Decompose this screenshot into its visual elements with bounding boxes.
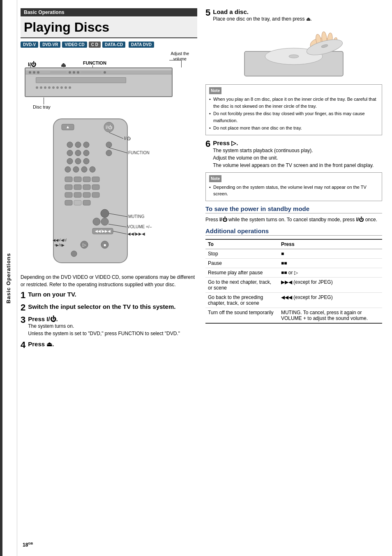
note-1-label: Note	[209, 87, 221, 94]
device-dot-5	[73, 71, 75, 74]
device-tray-slot	[36, 77, 126, 83]
disc-tray-illustration	[236, 27, 351, 80]
step-4: 4 Press ⏏.	[21, 341, 197, 350]
note-1: Note When you play an 8 cm disc, place i…	[205, 84, 382, 135]
svg-rect-28	[65, 192, 72, 197]
svg-rect-21	[74, 177, 81, 182]
remote-diagram: ▲ I/⏻	[29, 118, 152, 270]
svg-point-18	[81, 167, 87, 172]
svg-rect-34	[83, 200, 90, 205]
additional-title: Additional operations	[205, 227, 382, 236]
table-row: Stop ■	[205, 249, 382, 258]
table-row: Go to the next chapter, track, or scene …	[205, 277, 382, 292]
svg-rect-26	[83, 185, 90, 190]
svg-rect-27	[92, 185, 99, 190]
table-action-1: Stop	[205, 249, 279, 258]
svg-text:I/⏻: I/⏻	[106, 125, 112, 130]
svg-text:◀◀/▶▶◀: ◀◀/▶▶◀	[127, 232, 145, 236]
page-number: 18GB	[23, 542, 33, 548]
table-row: Go back to the preceding chapter, track,…	[205, 292, 382, 308]
badge-dvdv: DVD-V	[21, 42, 38, 48]
svg-rect-22	[83, 177, 90, 182]
svg-text:◀◀/▶▶◀: ◀◀/▶▶◀	[95, 229, 111, 233]
note-1-item-1: When you play an 8 cm disc, place it on …	[209, 96, 378, 109]
note-1-item-2: Do not forcibly press the disc tray clos…	[209, 110, 378, 124]
step-1-title: Turn on your TV.	[28, 291, 197, 298]
svg-point-46	[71, 251, 77, 257]
note-2-label: Note	[209, 175, 221, 182]
badge-cd: C D	[89, 42, 101, 48]
step-4-num: 4	[21, 341, 25, 350]
badge-videocd: VIDEO CD	[62, 42, 87, 48]
volume-line-v	[181, 60, 182, 67]
step-3-title: Press I/⏻.	[28, 315, 197, 322]
note-2: Note Depending on the system status, the…	[205, 172, 382, 201]
svg-point-10	[75, 150, 81, 156]
operations-table: To Press Stop ■ Pause ■■ Resume play aft…	[205, 239, 382, 324]
step-3: 3 Press I/⏻. The system turns on.Unless …	[21, 315, 197, 337]
step-5-title: Load a disc.	[213, 8, 382, 15]
svg-text:I/⏻: I/⏻	[124, 136, 131, 141]
device-small-buttons	[36, 86, 71, 89]
svg-rect-23	[92, 177, 99, 182]
step-3-num: 3	[21, 315, 25, 324]
table-press-4: ▶▶◀ (except for JPEG)	[279, 277, 382, 292]
svg-point-37	[101, 218, 108, 225]
function-line	[92, 65, 93, 67]
table-row: Pause ■■	[205, 258, 382, 268]
svg-point-11	[83, 150, 89, 156]
right-column: 5 Load a disc. Place one disc on the tra…	[201, 8, 382, 324]
disc-illustration-svg	[236, 27, 351, 80]
device-dot-1	[29, 71, 31, 74]
svg-text:◀◀•/◀II/: ◀◀•/◀II/	[53, 238, 67, 242]
svg-point-7	[83, 142, 89, 148]
step-2: 2 Switch the input selector on the TV to…	[21, 303, 197, 312]
svg-text:FUNCTION: FUNCTION	[128, 151, 150, 155]
sidebar-label: Basic Operations	[4, 250, 13, 307]
step-6-title: Press ▷.	[213, 139, 382, 147]
table-col2: Press	[279, 239, 382, 249]
step-3-body: The system turns on.Unless the system is…	[28, 322, 197, 337]
disc-tray-line	[44, 97, 44, 104]
device-body	[25, 67, 173, 97]
svg-text:■: ■	[104, 243, 106, 247]
device-dot-3	[37, 71, 39, 74]
svg-point-35	[101, 209, 109, 218]
device-dot-2	[33, 71, 35, 74]
function-label: FUNCTION	[83, 60, 106, 65]
device-dot-4	[69, 71, 71, 74]
svg-text:VOLUME +/–: VOLUME +/–	[127, 225, 152, 229]
svg-rect-31	[92, 192, 99, 197]
step-1: 1 Turn on your TV.	[21, 291, 197, 300]
step-6-num: 6	[205, 139, 210, 148]
badge-dvdvr: DVD-VR	[40, 42, 60, 48]
step-4-title: Press ⏏.	[28, 341, 197, 348]
note-2-item-1: Depending on the system status, the volu…	[209, 184, 378, 197]
standby-title: To save the power in standby mode	[205, 205, 382, 213]
svg-text:MUTING: MUTING	[128, 214, 145, 219]
table-action-4: Go to the next chapter, track, or scene	[205, 277, 279, 292]
svg-point-17	[73, 167, 79, 172]
svg-rect-24	[65, 185, 72, 190]
table-action-2: Pause	[205, 258, 279, 268]
step-6: 6 Press ▷. The system starts playback (c…	[205, 139, 382, 169]
device-dot-6	[77, 71, 79, 74]
volume-line-h	[169, 60, 182, 60]
device-dot-7	[104, 71, 106, 74]
svg-point-59	[289, 55, 299, 58]
svg-rect-30	[83, 192, 90, 197]
step-5-num: 5	[205, 8, 210, 17]
table-row: Resume play after pause ■■ or ▷	[205, 268, 382, 277]
device-bar	[81, 71, 101, 73]
front-panel-diagram: I/⏻ ⏏ FUNCTION Adjust thevolume Disc tra…	[21, 51, 189, 115]
svg-point-9	[67, 150, 73, 156]
step-2-title: Switch the input selector on the TV to t…	[28, 303, 197, 310]
svg-point-5	[67, 142, 73, 148]
disc-tray-label: Disc tray	[33, 104, 51, 109]
svg-point-12	[106, 150, 112, 156]
sidebar: Basic Operations	[0, 0, 17, 556]
note-1-item-3: Do not place more than one disc on the t…	[209, 125, 378, 132]
section-header: Basic Operations	[21, 8, 197, 16]
step-2-num: 2	[21, 303, 25, 312]
sidebar-bar	[0, 0, 2, 556]
